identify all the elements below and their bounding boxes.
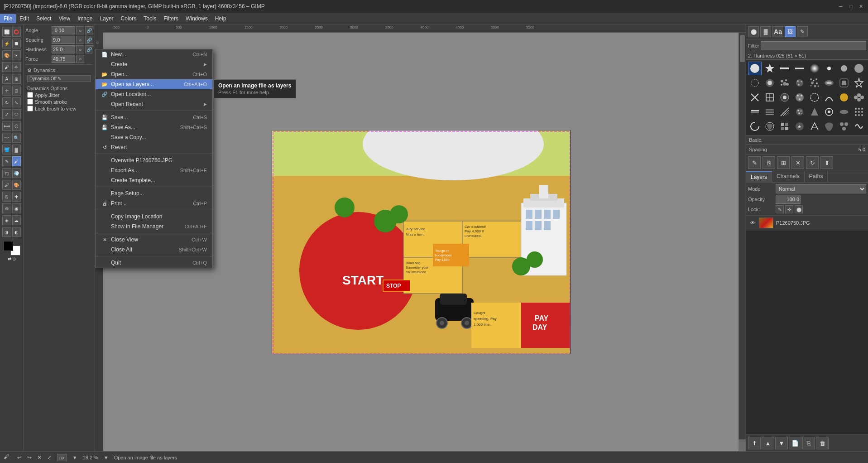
layer-up-icon[interactable]: ▲	[762, 437, 774, 449]
menu-layer[interactable]: Layer	[96, 14, 117, 23]
menu-item-quit[interactable]: Quit Ctrl+Q	[96, 258, 212, 268]
tab-layers[interactable]: Layers	[746, 171, 772, 182]
list-item[interactable]: 👁 P1260750.JPG	[746, 216, 868, 231]
tab-paths[interactable]: Paths	[805, 171, 828, 182]
menu-item-create[interactable]: Create	[96, 59, 212, 69]
brush-cell-dash[interactable]	[778, 62, 791, 75]
brush-cell-splat3[interactable]	[778, 76, 791, 90]
tool-magnify[interactable]: 🔍	[12, 133, 21, 143]
refresh-action-icon[interactable]: ↻	[806, 156, 819, 169]
undo-button[interactable]: ↩	[17, 454, 22, 461]
menu-file[interactable]: File	[0, 14, 16, 23]
brush-cell-r5-8[interactable]	[852, 120, 866, 133]
tool-gradient[interactable]: ▓	[12, 145, 21, 154]
menu-item-close-view[interactable]: ✕ Close View Ctrl+W	[96, 235, 212, 245]
menu-item-show-in-file-manager[interactable]: Show in File Manager Ctrl+Alt+F	[96, 222, 212, 232]
angle-lock[interactable]: 🔗	[85, 26, 93, 34]
confirm-button[interactable]: ✓	[47, 454, 52, 461]
brush-cell-r5-5[interactable]	[808, 120, 821, 133]
canvas-area[interactable]: -500050010001500200025003000350040004500…	[95, 24, 746, 451]
brush-cell-r5-7[interactable]	[837, 120, 851, 133]
tool-smudge[interactable]: ☁	[12, 215, 21, 225]
reset-colors-icon[interactable]: ⊙	[12, 256, 16, 261]
tool-foreground[interactable]: 🖌	[2, 62, 11, 72]
tool-rotate[interactable]: ↻	[2, 97, 11, 107]
brush-cell-r4-2[interactable]	[763, 105, 777, 119]
menu-item-overwrite[interactable]: Overwrite P1260750.JPG	[96, 155, 212, 165]
brush-cell-r5-4[interactable]: ★	[793, 120, 806, 133]
brush-cell-circle[interactable]	[748, 62, 762, 75]
brush-cell-r5-3[interactable]	[778, 120, 791, 133]
menu-item-save[interactable]: 💾 Save... Ctrl+S	[96, 112, 212, 122]
tool-mypaint[interactable]: 🎨	[12, 180, 21, 190]
duplicate-action-icon[interactable]: ⎘	[762, 156, 775, 169]
brush-cell-splat2[interactable]	[763, 76, 777, 90]
view-action-icon[interactable]: ⊞	[777, 156, 790, 169]
brush-cell-r5-6[interactable]	[822, 120, 836, 133]
brush-cell-scatter3[interactable]	[837, 76, 851, 90]
tool-clone[interactable]: ⎘	[2, 192, 11, 202]
tool-rect-select[interactable]: ⬜	[2, 27, 11, 37]
tool-free-select[interactable]: ⚡	[2, 39, 11, 48]
brush-cell-medium[interactable]	[837, 62, 851, 75]
tool-scissors[interactable]: ✂	[12, 50, 21, 60]
dynamics-off-button[interactable]: Dynamics Off ✎	[27, 75, 91, 82]
tool-dodge[interactable]: ◑	[2, 227, 11, 237]
lock-alpha-icon[interactable]: ⬤	[795, 205, 803, 213]
tool-align[interactable]: ⊞	[12, 74, 21, 84]
brush-cell-r5-1[interactable]	[748, 120, 762, 133]
delete-action-icon[interactable]: ✕	[791, 156, 804, 169]
tool-warp[interactable]: 〰	[2, 133, 11, 143]
brush-cell-splat4[interactable]	[793, 76, 806, 90]
brush-cell-r3-2[interactable]	[763, 91, 777, 104]
menu-help[interactable]: Help	[211, 14, 230, 23]
lock-pixels-icon[interactable]: ✎	[776, 205, 784, 213]
tool-heal[interactable]: ✚	[12, 192, 21, 202]
tool-crop[interactable]: ⊡	[12, 86, 21, 96]
hardness-reset[interactable]: ○	[76, 45, 84, 53]
hardness-lock[interactable]: 🔗	[85, 45, 93, 53]
brush-cell-large[interactable]	[852, 62, 866, 75]
tool-paintbucket[interactable]: 🪣	[2, 145, 11, 154]
tool-fuzzy-select[interactable]: 🔲	[12, 39, 21, 48]
tool-perspective-clone[interactable]: ⊛	[2, 203, 11, 213]
tool-ellipse-select[interactable]: ⭕	[12, 27, 21, 37]
brush-cell-r4-3[interactable]	[778, 105, 791, 119]
menu-item-open-location[interactable]: 🔗 Open Location...	[96, 89, 212, 99]
brush-cell-r3-1[interactable]	[748, 91, 762, 104]
brush-cell-special1[interactable]	[852, 76, 866, 90]
mode-select[interactable]: Normal	[776, 184, 866, 193]
cancel-button[interactable]: ✕	[37, 454, 42, 461]
brush-cell-scatter1[interactable]	[808, 76, 821, 90]
layer-down-icon[interactable]: ▼	[775, 437, 788, 449]
tool-scale[interactable]: ⤡	[12, 97, 21, 107]
smooth-stroke-checkbox[interactable]	[27, 99, 33, 105]
apply-jitter-checkbox[interactable]	[27, 92, 33, 98]
swap-colors-icon[interactable]: ⇄	[8, 256, 11, 261]
brush-cell-small[interactable]	[822, 62, 836, 75]
menu-edit[interactable]: Edit	[16, 14, 33, 23]
tool-flip[interactable]: ⟺	[2, 121, 11, 131]
menu-tools[interactable]: Tools	[140, 14, 160, 23]
font-icon[interactable]: Aa	[772, 26, 783, 37]
brush-cell-r3-4[interactable]	[793, 91, 806, 104]
brush-select-icon[interactable]: ✎	[797, 26, 808, 37]
hardness-input[interactable]	[52, 45, 75, 53]
tool-text[interactable]: A	[2, 74, 11, 84]
tool-ink[interactable]: 🖊	[2, 180, 11, 190]
menu-item-close-all[interactable]: Close All Shift+Ctrl+W	[96, 245, 212, 255]
brush-cell-r4-5[interactable]	[808, 105, 821, 119]
menu-item-export-as[interactable]: Export As... Shift+Ctrl+E	[96, 165, 212, 175]
minimize-button[interactable]: ─	[837, 3, 844, 10]
tool-blur[interactable]: ◉	[12, 203, 21, 213]
export-action-icon[interactable]: ⬆	[820, 156, 833, 169]
force-reset[interactable]: ○	[76, 55, 84, 63]
filter-input[interactable]	[761, 41, 866, 50]
menu-item-save-copy[interactable]: Save a Copy...	[96, 132, 212, 142]
brush-cell-r4-4[interactable]	[793, 105, 806, 119]
menu-item-print[interactable]: 🖨 Print... Ctrl+P	[96, 198, 212, 208]
menu-filters[interactable]: Filters	[160, 14, 182, 23]
tool-paths[interactable]: ✏	[12, 62, 21, 72]
brush-cell-r3-5[interactable]	[808, 91, 821, 104]
close-button[interactable]: ✕	[857, 3, 864, 10]
